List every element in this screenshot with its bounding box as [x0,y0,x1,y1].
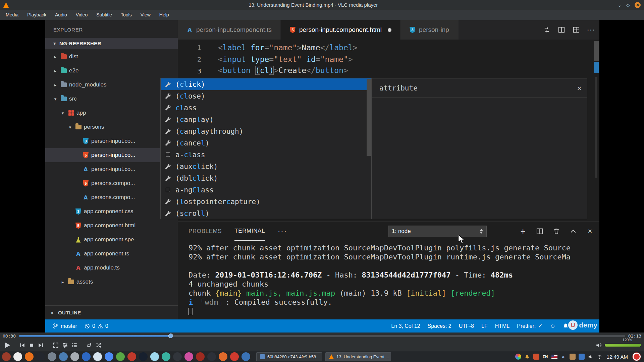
maximize-panel-icon[interactable] [569,227,577,235]
gftp-icon[interactable] [184,352,193,361]
seek-slider[interactable] [19,335,625,337]
paint-app-icon[interactable] [241,352,250,361]
suggestion-a-ngclass[interactable]: a-ngClass [161,184,371,196]
snowflake-tool-icon[interactable] [150,352,159,361]
dictionary-icon[interactable] [579,354,585,360]
file-manager-icon[interactable] [59,352,68,361]
kdenlive-icon[interactable] [162,352,170,361]
tree-item-app-component-html[interactable]: 5app.component.html [45,219,178,233]
chromium-icon[interactable] [105,352,113,361]
close-icon[interactable]: ✕ [577,84,582,92]
update-badge-icon[interactable] [533,354,539,360]
suggestion--scroll-[interactable]: (scroll) [161,207,371,219]
tree-item-persons-compo-[interactable]: 5persons.compo... [45,176,178,190]
more-actions-icon[interactable]: ··· [587,26,595,34]
menu-subtitle[interactable]: Subtitle [92,10,116,20]
problems-item[interactable]: 0 0 [81,319,112,333]
cursor-position[interactable]: Ln 3, Col 12 [387,319,424,333]
us-flag-icon[interactable] [551,354,557,360]
screenshot-eye-icon[interactable] [13,352,22,361]
eol-sequence[interactable]: LF [478,319,491,333]
clipboard-icon[interactable] [570,354,576,360]
indentation[interactable]: Spaces: 2 [424,319,455,333]
tab-terminal[interactable]: TERMINAL [234,222,265,241]
menu-playback[interactable]: Playback [23,10,51,20]
tree-item-app[interactable]: ▾app [45,106,178,120]
suggestion-class[interactable]: class [161,102,371,114]
prettier-item[interactable]: Prettier: ✓ [513,319,546,333]
git-branch-item[interactable]: master [45,319,81,333]
keyboard-layout-icon[interactable]: EN [542,354,548,360]
tree-item-persons[interactable]: ▾persons [45,120,178,134]
suggestion--canplaythrough-[interactable]: (canplaythrough) [161,125,371,137]
suggestion--lostpointercapture-[interactable]: (lostpointercapture) [161,196,371,207]
tree-item-persons-compo-[interactable]: Apersons.compo... [45,190,178,204]
camera-icon[interactable] [70,352,79,361]
tab-person-input-component-html[interactable]: 5person-input.component.html [281,20,400,40]
tree-item-person-input-co-[interactable]: 3person-input.co... [45,134,178,148]
tree-item-app-component-ts[interactable]: Aapp.component.ts [45,247,178,261]
tree-item-assets[interactable]: ▸assets [45,275,178,289]
menu-tools[interactable]: Tools [116,10,136,20]
tree-item-app-module-ts[interactable]: Aapp.module.ts [45,261,178,275]
tree-item-person-input-co-[interactable]: Aperson-input.co... [45,162,178,176]
display-settings-icon[interactable] [48,352,56,361]
menu-video[interactable]: Video [71,10,92,20]
close-panel-icon[interactable]: × [586,227,594,235]
menu-audio[interactable]: Audio [51,10,71,20]
suggestion--auxclick-[interactable]: (auxclick) [161,161,371,172]
stop-button[interactable] [27,341,36,350]
maximize-icon[interactable]: ◇ [626,2,630,8]
leafpad-icon[interactable] [116,352,125,361]
thunderbird-icon[interactable] [219,352,227,361]
globe-icon[interactable] [93,352,102,361]
kill-terminal-icon[interactable] [552,227,560,235]
random-button[interactable] [94,341,103,350]
tree-item-src[interactable]: ▾src [45,92,178,106]
encoding[interactable]: UTF-8 [455,319,478,333]
outline-section[interactable]: ▸ OUTLINE [45,305,178,319]
suggestion--dblclick-[interactable]: (dblclick) [161,172,371,184]
video-area[interactable]: EXPLORER ▾ NG-REFRESHER ▸dist▸e2e▸node_m… [0,20,644,333]
editor-layout-icon[interactable] [573,26,580,34]
input-method-icon[interactable]: a [560,354,567,360]
color-wheel-icon[interactable] [515,354,521,360]
terminal-output[interactable]: 92% after chunk asset optimization Sourc… [178,241,599,317]
more-actions-icon[interactable]: ··· [278,227,287,236]
project-header[interactable]: ▾ NG-REFRESHER [45,38,178,49]
launcher-icon[interactable] [2,352,11,361]
notification-bell-icon[interactable] [524,354,530,360]
firefox-icon[interactable] [25,352,34,361]
network-icon[interactable] [597,354,603,360]
suggest-scrollbar[interactable] [367,79,371,156]
window-button[interactable]: 60b84280-c743-4fc9-b58... [256,352,322,361]
suggestion-a-class[interactable]: a-class [161,149,371,161]
open-changes-icon[interactable] [543,26,550,34]
tree-item-app-component-spe-[interactable]: app.component.spe... [45,233,178,247]
menu-help[interactable]: Help [155,10,173,20]
extended-settings-button[interactable] [60,341,70,350]
obs-studio-icon[interactable] [173,352,182,361]
tab-person-input-component-ts[interactable]: Aperson-input.component.ts [178,20,281,40]
suggestion--canplay-[interactable]: (canplay) [161,114,371,125]
suggestion--close-[interactable]: (close) [161,90,371,102]
new-terminal-icon[interactable]: + [519,227,527,235]
tree-item-person-input-co-[interactable]: 5person-input.co... [45,148,178,162]
tab-problems[interactable]: PROBLEMS [189,222,222,241]
help-icon[interactable] [633,353,641,361]
feedback-smiley-icon[interactable]: ☺ [546,319,559,333]
terminal-select[interactable]: 1: node [388,226,487,237]
pin-app-icon[interactable] [230,352,239,361]
fullscreen-button[interactable] [51,341,60,350]
ruby-app-icon[interactable] [196,352,205,361]
speaker-icon[interactable] [596,342,602,348]
tab-person-inp[interactable]: 3person-inp [400,20,459,40]
headphones-app-icon[interactable] [207,352,216,361]
menu-media[interactable]: Media [1,10,23,20]
editor-scrollbar[interactable] [594,40,599,221]
tree-item-dist[interactable]: ▸dist [45,50,178,64]
terminal-app-icon[interactable] [36,352,45,361]
tree-item-app-component-css[interactable]: 3app.component.css [45,204,178,219]
window-button[interactable]: 13. Understanding Event ... [325,352,391,361]
minimize-icon[interactable]: ⌄ [618,2,622,8]
